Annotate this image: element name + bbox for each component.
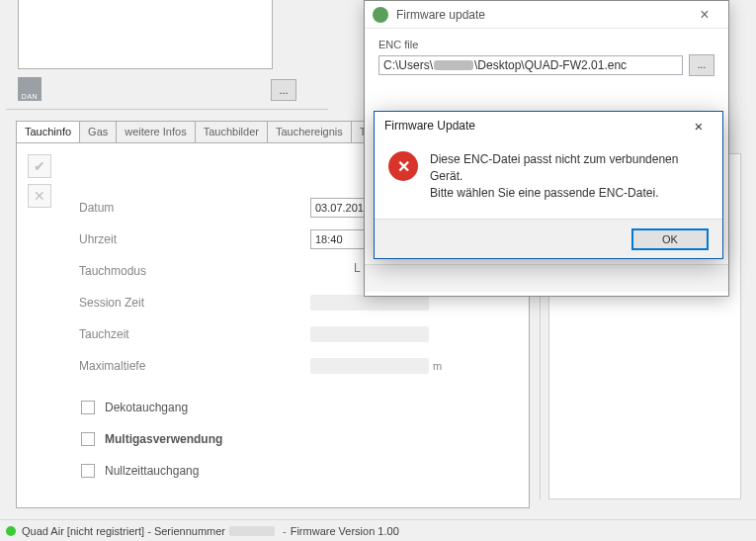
- alert-line1: Diese ENC-Datei passt nicht zum verbunde…: [430, 152, 678, 183]
- enc-file-browse-button[interactable]: ...: [689, 54, 714, 76]
- alert-footer: OK: [375, 219, 722, 258]
- label-tauchzeit: Tauchzeit: [79, 327, 208, 341]
- enc-file-path-input[interactable]: C:\Users\ \Desktop\QUAD-FW2.01.enc: [378, 55, 683, 75]
- path-prefix: C:\Users\: [383, 56, 433, 74]
- label-datum: Datum: [79, 201, 208, 215]
- tab-tauchbilder[interactable]: Tauchbilder: [195, 121, 268, 142]
- tab-tauchinfo[interactable]: Tauchinfo: [16, 121, 80, 142]
- alert-close-button[interactable]: ×: [685, 118, 713, 135]
- checkbox-dekotauchgang[interactable]: [81, 401, 95, 414]
- firmware-error-dialog: Firmware Update × ✕ Diese ENC-Datei pass…: [374, 111, 723, 259]
- firmware-bottom-panel: [365, 264, 728, 292]
- dan-logo: DAN: [18, 77, 42, 101]
- image-browse-button[interactable]: ...: [271, 79, 296, 101]
- status-sep: -: [283, 525, 287, 537]
- checkbox-nullzeittauchgang[interactable]: [81, 464, 95, 478]
- firmware-title: Firmware update: [396, 8, 689, 22]
- tab-weitere-infos[interactable]: weitere Infos: [116, 121, 195, 142]
- status-serial-redacted: [229, 526, 275, 536]
- alert-titlebar: Firmware Update ×: [375, 112, 722, 139]
- alert-message: Diese ENC-Datei passt nicht zum verbunde…: [430, 151, 709, 201]
- label-uhrzeit: Uhrzeit: [79, 232, 208, 246]
- firmware-titlebar: Firmware update ×: [365, 1, 728, 29]
- status-connected-icon: [6, 526, 16, 536]
- tab-gas[interactable]: Gas: [79, 121, 117, 142]
- alert-line2: Bitte wählen Sie eine passende ENC-Datei…: [430, 186, 658, 200]
- checkbox-label-dekotauchgang: Dekotauchgang: [105, 401, 188, 414]
- value-session-zeit: [310, 295, 429, 311]
- tabstrip: Tauchinfo Gas weitere Infos Tauchbilder …: [16, 121, 396, 142]
- checkbox-label-nullzeittauchgang: Nullzeittauchgang: [105, 464, 199, 478]
- alert-ok-button[interactable]: OK: [631, 228, 709, 250]
- value-maximaltiefe: [310, 358, 429, 374]
- path-redacted: [434, 60, 473, 70]
- firmware-close-button[interactable]: ×: [689, 6, 720, 24]
- enc-file-label: ENC file: [378, 39, 714, 50]
- value-tauchzeit: [310, 326, 429, 342]
- confirm-button[interactable]: ✔: [28, 154, 51, 178]
- separator: [6, 109, 328, 110]
- status-text-post: Firmware Version 1.00: [291, 525, 399, 537]
- label-tauchmodus: Tauchmodus: [79, 264, 208, 278]
- status-text-pre: Quad Air [nicht registriert] - Seriennum…: [22, 525, 225, 537]
- path-suffix: \Desktop\QUAD-FW2.01.enc: [474, 56, 627, 74]
- statusbar: Quad Air [nicht registriert] - Seriennum…: [0, 519, 756, 541]
- alert-title: Firmware Update: [384, 119, 685, 133]
- image-placeholder-box: [18, 0, 273, 69]
- checkbox-label-multigasverwendung: Multigasverwendung: [105, 432, 222, 446]
- label-session-zeit: Session Zeit: [79, 296, 208, 310]
- cancel-button[interactable]: ✕: [28, 184, 51, 208]
- firmware-app-icon: [373, 7, 388, 23]
- tab-tauchereignis[interactable]: Tauchereignis: [267, 121, 352, 142]
- unit-m: m: [433, 360, 442, 372]
- error-icon: ✕: [388, 151, 418, 181]
- label-maximaltiefe: Maximaltiefe: [79, 359, 208, 373]
- checkbox-multigasverwendung[interactable]: [81, 432, 95, 446]
